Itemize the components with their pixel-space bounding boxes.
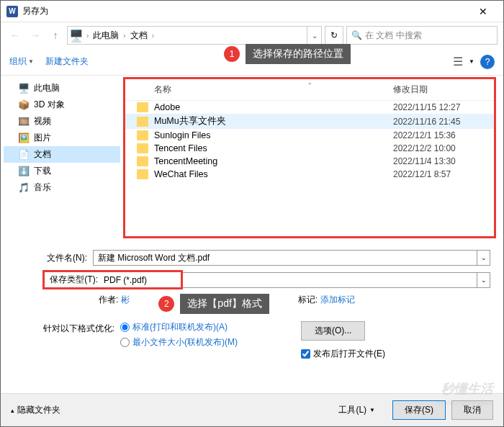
- hide-folders-toggle[interactable]: ▴隐藏文件夹: [11, 404, 60, 416]
- meta-row: 作者:彬 2 选择【pdf】格式 标记:添加标记: [14, 294, 490, 314]
- footer: ▴隐藏文件夹 工具(L)▼ 保存(S) 取消: [1, 393, 503, 426]
- view-list-icon[interactable]: ☰: [450, 55, 466, 69]
- picture-icon: 🖼️: [18, 132, 30, 144]
- chevron-down-icon[interactable]: ⌄: [477, 272, 490, 288]
- annotation-2: 2 选择【pdf】格式: [158, 294, 269, 314]
- optimize-minimum-radio[interactable]: 最小文件大小(联机发布)(M): [120, 336, 238, 349]
- dialog-title: 另存为: [22, 5, 469, 17]
- filetype-label: 保存类型(T):: [46, 274, 104, 286]
- annotation-label: 选择【pdf】格式: [180, 294, 269, 314]
- save-as-dialog: W 另存为 ✕ ← → ↑ 🖥️ › 此电脑 › 文档 › ⌄ ↻ 🔍 在 文档…: [0, 0, 504, 427]
- video-icon: 🎞️: [18, 116, 30, 127]
- filetype-select[interactable]: [183, 272, 477, 288]
- tags-value[interactable]: 添加标记: [320, 294, 355, 314]
- tags-label: 标记:: [298, 294, 318, 314]
- chevron-down-icon: ▼: [28, 58, 34, 65]
- chevron-right-icon: ›: [85, 32, 90, 40]
- column-date[interactable]: 修改日期: [393, 84, 494, 96]
- word-icon: W: [6, 6, 18, 17]
- download-icon: ⬇️: [18, 166, 30, 177]
- cube-icon: 📦: [18, 99, 30, 111]
- file-list-header: ⌃ 名称 修改日期: [125, 79, 494, 101]
- tools-menu[interactable]: 工具(L)▼: [327, 401, 387, 419]
- refresh-icon[interactable]: ↻: [325, 26, 343, 45]
- toolbar: 组织▼ 新建文件夹 1 选择保存的路径位置 ☰ ▼ ?: [1, 48, 503, 76]
- open-after-checkbox[interactable]: 发布后打开文件(E): [301, 348, 385, 360]
- optimize-standard-radio[interactable]: 标准(打印和联机发布)(A): [120, 321, 238, 333]
- sidebar-item-documents[interactable]: 📄文档: [4, 146, 120, 163]
- folder-icon: [137, 102, 148, 112]
- checkbox-input[interactable]: [301, 349, 310, 359]
- sidebar-item-music[interactable]: 🎵音乐: [4, 179, 120, 196]
- column-name[interactable]: 名称: [154, 84, 393, 96]
- author-label: 作者:: [99, 294, 118, 314]
- folder-icon: [137, 117, 148, 127]
- optimize-section: 针对以下格式优化: 标准(打印和联机发布)(A) 最小文件大小(联机发布)(M)…: [14, 321, 490, 360]
- sidebar: 🖥️此电脑 📦3D 对象 🎞️视频 🖼️图片 📄文档 ⬇️下载 🎵音乐: [1, 76, 123, 241]
- pc-icon: 🖥️: [18, 83, 30, 94]
- folder-icon: [137, 130, 148, 140]
- breadcrumb-item[interactable]: 此电脑: [90, 30, 122, 42]
- pc-icon: 🖥️: [68, 29, 85, 42]
- chevron-right-icon: ›: [122, 32, 127, 40]
- sidebar-item-videos[interactable]: 🎞️视频: [4, 113, 120, 130]
- filetype-row: 保存类型(T): PDF (*.pdf) ⌄: [14, 270, 490, 289]
- table-row[interactable]: Adobe2022/11/15 12:27: [125, 101, 494, 114]
- help-icon[interactable]: ?: [480, 55, 495, 69]
- chevron-right-icon: ›: [150, 32, 156, 40]
- annotation-1: 1 选择保存的路径位置: [224, 44, 351, 64]
- breadcrumb[interactable]: 🖥️ › 此电脑 › 文档 › ⌄: [67, 26, 322, 45]
- table-row[interactable]: MuMu共享文件夹2022/11/16 21:45: [125, 114, 494, 129]
- save-button[interactable]: 保存(S): [392, 400, 446, 420]
- form-area: 文件名(N): ⌄ 保存类型(T): PDF (*.pdf) ⌄ 作者:彬 2 …: [1, 241, 503, 366]
- chevron-down-icon[interactable]: ⌄: [477, 250, 490, 266]
- forward-icon[interactable]: →: [27, 27, 44, 44]
- filename-input[interactable]: [93, 250, 477, 266]
- breadcrumb-item[interactable]: 文档: [127, 30, 150, 42]
- document-icon: 📄: [18, 149, 30, 161]
- sidebar-item-pictures[interactable]: 🖼️图片: [4, 130, 120, 146]
- table-row[interactable]: Sunlogin Files2022/12/1 15:36: [125, 129, 494, 142]
- sort-asc-icon[interactable]: ⌃: [307, 82, 312, 89]
- close-icon[interactable]: ✕: [469, 1, 498, 22]
- chevron-down-icon: ▼: [369, 407, 375, 413]
- sidebar-item-pc[interactable]: 🖥️此电脑: [4, 80, 120, 96]
- music-icon: 🎵: [18, 182, 30, 194]
- chevron-down-icon[interactable]: ⌄: [307, 27, 321, 44]
- up-icon[interactable]: ↑: [47, 27, 64, 44]
- radio-input[interactable]: [120, 338, 130, 347]
- table-row[interactable]: TencentMeeting2022/11/4 13:30: [125, 155, 494, 168]
- filename-label: 文件名(N):: [14, 252, 93, 264]
- folder-icon: [137, 169, 148, 179]
- search-icon: 🔍: [351, 30, 362, 40]
- titlebar: W 另存为 ✕: [1, 1, 503, 22]
- options-button[interactable]: 选项(O)...: [301, 321, 365, 341]
- annotation-badge: 1: [224, 46, 240, 62]
- table-row[interactable]: WeChat Files2022/12/1 8:57: [125, 168, 494, 181]
- optimize-label: 针对以下格式优化:: [21, 321, 114, 335]
- new-folder-button[interactable]: 新建文件夹: [45, 55, 89, 68]
- organize-menu[interactable]: 组织▼: [9, 55, 34, 68]
- body-area: 🖥️此电脑 📦3D 对象 🎞️视频 🖼️图片 📄文档 ⬇️下载 🎵音乐 ⌃ 名称…: [1, 76, 503, 241]
- back-icon[interactable]: ←: [6, 27, 24, 44]
- table-row[interactable]: Tencent Files2022/12/2 10:00: [125, 142, 494, 155]
- folder-icon: [137, 143, 148, 153]
- author-value[interactable]: 彬: [121, 294, 130, 314]
- annotation-badge: 2: [158, 296, 174, 312]
- radio-input[interactable]: [120, 323, 130, 332]
- filetype-value-preview: PDF (*.pdf): [104, 275, 147, 285]
- chevron-down-icon[interactable]: ▼: [469, 58, 474, 65]
- sidebar-item-downloads[interactable]: ⬇️下载: [4, 163, 120, 179]
- filename-row: 文件名(N): ⌄: [14, 250, 490, 266]
- cancel-button[interactable]: 取消: [451, 400, 493, 420]
- file-list: ⌃ 名称 修改日期 Adobe2022/11/15 12:27 MuMu共享文件…: [123, 77, 496, 238]
- triangle-up-icon: ▴: [11, 407, 14, 414]
- search-placeholder: 在 文档 中搜索: [365, 30, 422, 42]
- search-input[interactable]: 🔍 在 文档 中搜索: [346, 26, 498, 45]
- folder-icon: [137, 156, 148, 166]
- sidebar-item-3d[interactable]: 📦3D 对象: [4, 96, 120, 113]
- annotation-label: 选择保存的路径位置: [246, 44, 351, 64]
